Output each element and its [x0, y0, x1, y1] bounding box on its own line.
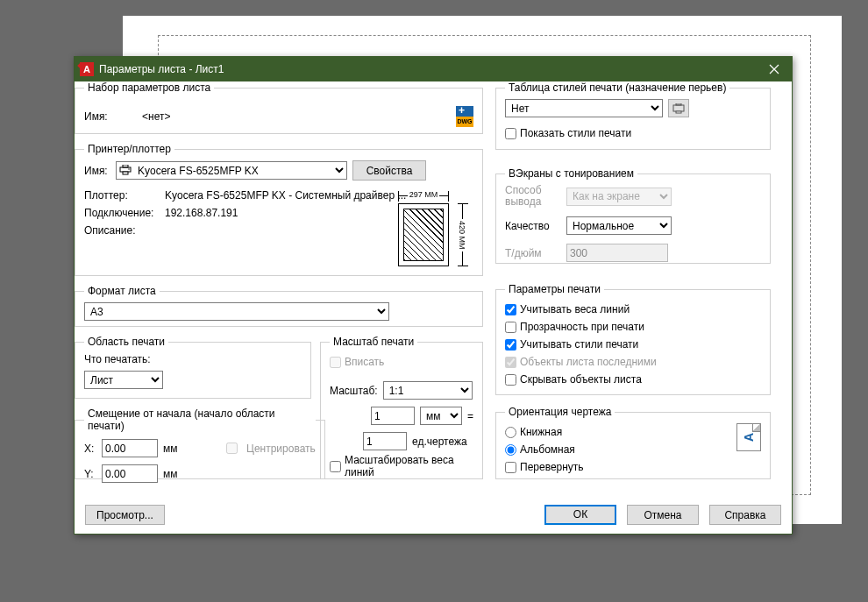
page-setup-legend: Набор параметров листа [84, 81, 214, 94]
opt-hide-checkbox[interactable] [505, 374, 516, 386]
description-label: Описание: [84, 224, 160, 237]
plot-style-legend: Таблица стилей печати (назначение перьев… [505, 81, 729, 94]
plotter-value: Kyocera FS-6525MFP KX - Системный драйве… [165, 189, 406, 202]
what-to-plot-label: Что печатать: [84, 353, 302, 365]
offset-y-input[interactable] [102, 464, 158, 483]
scale-lineweights-label: Масштабировать веса линий [345, 454, 473, 478]
help-button[interactable]: Справка [709, 505, 781, 525]
svg-rect-6 [676, 111, 681, 113]
opt-lineweights-checkbox[interactable] [505, 304, 516, 315]
orientation-landscape-radio[interactable] [505, 444, 516, 456]
footer: Просмотр... ОК Отмена Справка [85, 505, 781, 525]
shade-mode-select: Как на экране [566, 188, 672, 206]
connection-value: 192.168.87.191 [165, 207, 238, 219]
dialog-body: Набор параметров листа Имя: <нет> DWG Пр… [75, 81, 792, 534]
shade-mode-label: Способ вывода [505, 185, 561, 208]
opt-styles-checkbox[interactable] [505, 339, 516, 351]
plotter-label: Плоттер: [84, 189, 160, 202]
close-button[interactable] [757, 57, 792, 81]
plot-area-legend: Область печати [84, 336, 168, 348]
svg-rect-2 [123, 172, 128, 174]
show-plot-styles-label: Показать стили печати [520, 127, 631, 139]
scale-unit1-select[interactable]: мм [420, 407, 462, 425]
opt-last-label: Объекты листа последними [520, 356, 657, 368]
ok-button[interactable]: ОК [544, 505, 616, 525]
svg-rect-4 [673, 105, 684, 111]
page-setup-dialog: A Параметры листа - Лист1 Набор параметр… [74, 56, 793, 535]
offset-y-unit: мм [163, 468, 178, 480]
fit-label: Вписать [345, 356, 384, 368]
orientation-legend: Ориентация чертежа [505, 406, 615, 418]
printer-icon [119, 165, 132, 175]
plot-area-group: Область печати Что печатать: Лист [75, 336, 311, 399]
connection-label: Подключение: [84, 207, 160, 219]
offset-legend: Смещение от начала (начало области печат… [84, 407, 316, 432]
orientation-icon: A [736, 423, 761, 451]
quality-label: Качество [505, 220, 561, 232]
orientation-group: Ориентация чертежа Книжная Альбомная Пер… [495, 406, 771, 479]
opt-transparency-checkbox[interactable] [505, 322, 516, 333]
svg-point-3 [128, 168, 129, 169]
offset-group: Смещение от начала (начало области печат… [75, 407, 325, 479]
what-to-plot-select[interactable]: Лист [84, 371, 163, 389]
scale-unit2-label: ед.чертежа [412, 436, 466, 448]
quality-select[interactable]: Нормальное [566, 216, 672, 235]
scale-legend: Масштаб печати [330, 336, 417, 348]
orientation-upside-checkbox[interactable] [505, 462, 516, 473]
orientation-portrait-radio[interactable] [505, 427, 516, 438]
paper-preview: 297 MM 420 MM [386, 191, 473, 270]
printer-name-select[interactable]: Kyocera FS-6525MFP KX [116, 161, 347, 180]
page-setup-group: Набор параметров листа Имя: <нет> DWG [75, 81, 483, 134]
autocad-icon: A [80, 62, 94, 76]
center-label: Центрировать [246, 443, 316, 455]
printer-name-label: Имя: [84, 165, 110, 177]
plot-style-group: Таблица стилей печати (назначение перьев… [495, 81, 771, 150]
cancel-button[interactable]: Отмена [627, 505, 699, 525]
printer-legend: Принтер/плоттер [84, 143, 174, 155]
scale-equals: = [467, 410, 473, 422]
scale-value2-input[interactable] [363, 432, 407, 450]
fit-checkbox [330, 357, 341, 368]
scale-lineweights-checkbox[interactable] [330, 461, 341, 472]
plot-style-edit-icon [672, 103, 685, 114]
svg-rect-5 [676, 103, 681, 105]
orientation-upside-label: Перевернуть [520, 461, 584, 473]
setup-name-label: Имя: [84, 110, 137, 123]
printer-group: Принтер/плоттер Имя: Kyocera FS-6525MFP … [75, 143, 483, 276]
scale-select[interactable]: 1:1 [383, 381, 473, 400]
shaded-viewport-group: ВЭкраны с тонированием Способ вывода Как… [495, 167, 771, 264]
show-plot-styles-checkbox[interactable] [505, 128, 516, 139]
opt-hide-label: Скрывать объекты листа [520, 373, 642, 386]
opt-last-checkbox [505, 357, 516, 368]
setup-name-value: <нет> [142, 110, 170, 123]
scale-label: Масштаб: [330, 385, 378, 397]
paper-size-select[interactable]: A3 [84, 302, 389, 321]
offset-x-input[interactable] [102, 439, 158, 457]
orientation-portrait-label: Книжная [520, 426, 562, 438]
opt-styles-label: Учитывать стили печати [520, 338, 638, 351]
plot-style-select[interactable]: Нет [505, 99, 663, 117]
dpi-input [566, 244, 668, 262]
shaded-viewport-legend: ВЭкраны с тонированием [505, 167, 637, 180]
preview-button[interactable]: Просмотр... [85, 505, 165, 525]
offset-x-label: X: [84, 443, 96, 455]
scale-value1-input[interactable] [371, 407, 415, 425]
center-checkbox [226, 443, 238, 454]
offset-x-unit: мм [163, 443, 189, 455]
opt-transparency-label: Прозрачность при печати [520, 321, 644, 333]
orientation-landscape-label: Альбомная [520, 443, 575, 456]
titlebar: A Параметры листа - Лист1 [75, 57, 792, 81]
plot-options-legend: Параметры печати [505, 283, 604, 295]
printer-properties-button[interactable]: Свойства [352, 160, 426, 181]
paper-size-legend: Формат листа [84, 285, 160, 297]
offset-y-label: Y: [84, 468, 96, 480]
scale-group: Масштаб печати Вписать Масштаб: 1:1 мм =… [320, 336, 483, 479]
plot-style-edit-button[interactable] [668, 99, 689, 117]
close-icon [769, 64, 779, 74]
plot-options-group: Параметры печати Учитывать веса линий Пр… [495, 283, 771, 395]
opt-lineweights-label: Учитывать веса линий [520, 303, 630, 315]
dpi-label: Т/дюйм [505, 247, 561, 259]
window-title: Параметры листа - Лист1 [99, 63, 757, 75]
dwg-icon: DWG [456, 106, 473, 127]
paper-size-group: Формат листа A3 [75, 285, 483, 327]
